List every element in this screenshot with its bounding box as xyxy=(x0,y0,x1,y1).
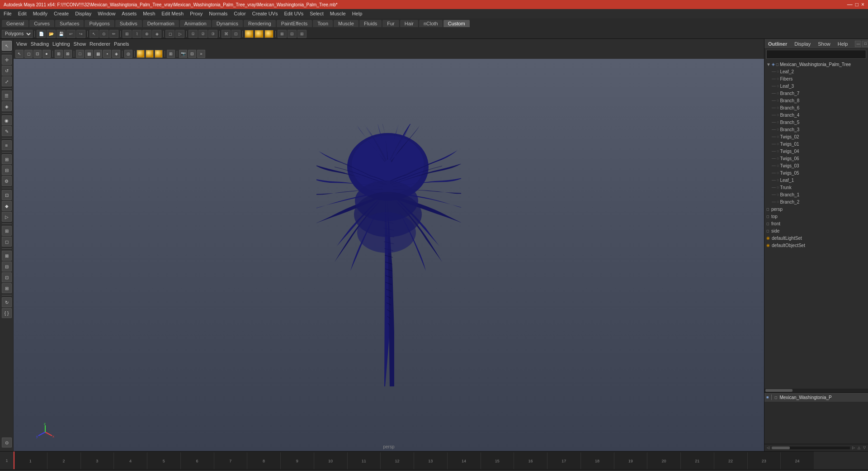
vp-4view-icon[interactable]: ⊠ xyxy=(64,50,72,58)
vp-select-icon[interactable]: ↖ xyxy=(15,50,24,58)
tree-item-branch3[interactable]: — ○ Branch_3 xyxy=(764,126,868,133)
tab-deformation[interactable]: Deformation xyxy=(143,20,179,27)
mode-selector[interactable]: Polygons Curves Surfaces xyxy=(2,30,33,38)
tree-item-front[interactable]: ◻ front xyxy=(764,220,868,227)
move-tool-button[interactable]: ✛ xyxy=(2,55,12,65)
layout-3[interactable]: ⊞ xyxy=(2,283,12,293)
camera-settings-button[interactable]: ◻ xyxy=(2,237,12,247)
vp-light2[interactable] xyxy=(146,50,154,58)
undo-icon[interactable]: ↩ xyxy=(66,30,75,38)
menu-assets[interactable]: Assets xyxy=(122,11,137,16)
script-editor-button[interactable]: { } xyxy=(2,308,12,318)
select-icon[interactable]: ↖ xyxy=(90,30,99,38)
menu-normals[interactable]: Normals xyxy=(209,11,227,16)
light-sphere-3[interactable] xyxy=(264,30,274,38)
channel-box-toggle-button[interactable]: ⊞ xyxy=(2,154,12,164)
vp-camera-icon[interactable]: ◻ xyxy=(24,50,33,58)
scroll-right[interactable]: ▷ xyxy=(851,445,856,451)
tree-item-persp[interactable]: ◻ persp xyxy=(764,205,868,213)
tree-item-leaf3[interactable]: — ○ Leaf_3 xyxy=(764,82,868,90)
menu-file[interactable]: File xyxy=(4,11,12,16)
tree-item-branch5[interactable]: — ○ Branch_5 xyxy=(764,119,868,126)
vp-light3[interactable] xyxy=(155,50,163,58)
outliner-menu-show[interactable]: Show xyxy=(818,41,830,47)
snap-point-icon[interactable]: ⊕ xyxy=(142,30,151,38)
scroll-left[interactable]: ◁ xyxy=(765,445,771,451)
timeline-track[interactable]: 1 2 3 4 5 6 7 8 9 10 11 12 13 14 15 16 1… xyxy=(14,452,814,469)
tab-rendering[interactable]: Rendering xyxy=(244,20,276,27)
snap-rotate-button[interactable]: ↻ xyxy=(2,297,12,307)
minimize-button[interactable]: — xyxy=(847,1,853,8)
viewport-menu-shading[interactable]: Shading xyxy=(31,41,49,47)
workspace-button[interactable]: ⊙ xyxy=(2,438,12,447)
close-button[interactable]: × xyxy=(861,1,864,8)
menu-window[interactable]: Window xyxy=(98,11,115,16)
tab-subdivs[interactable]: Subdivs xyxy=(115,20,142,27)
tab-fur[interactable]: Fur xyxy=(382,20,399,27)
tab-painteffects[interactable]: PaintEffects xyxy=(277,20,312,27)
menu-create-uvs[interactable]: Create UVs xyxy=(252,11,278,16)
rotate-tool-button[interactable]: ↺ xyxy=(2,66,12,76)
outliner-minimize[interactable]: — xyxy=(855,41,861,47)
outliner-maximize[interactable]: □ xyxy=(862,41,868,47)
tab-surfaces[interactable]: Surfaces xyxy=(55,20,84,27)
tree-item-twigs03[interactable]: — ○ Twigs_03 xyxy=(764,162,868,169)
viewport-options-icon[interactable]: ⊞ xyxy=(297,30,307,38)
tree-item-side[interactable]: ◻ side xyxy=(764,227,868,234)
outliner-menu-help[interactable]: Help xyxy=(838,41,848,47)
tree-item-branch4[interactable]: — ○ Branch_4 xyxy=(764,111,868,119)
menu-mesh[interactable]: Mesh xyxy=(143,11,155,16)
tree-item-twigs06[interactable]: — ○ Twigs_06 xyxy=(764,155,868,162)
outliner-search-input[interactable] xyxy=(769,51,864,56)
vp-shading4[interactable]: ▪ xyxy=(103,50,111,58)
menu-color[interactable]: Color xyxy=(234,11,245,16)
menu-edit-mesh[interactable]: Edit Mesh xyxy=(161,11,184,16)
menu-select[interactable]: Select xyxy=(310,11,324,16)
vp-shading3[interactable]: ▦ xyxy=(94,50,102,58)
display-med-icon[interactable]: ② xyxy=(198,30,208,38)
viewport-menu-lighting[interactable]: Lighting xyxy=(52,41,70,47)
viewport[interactable]: View Shading Lighting Show Renderer Pane… xyxy=(14,39,764,451)
vp-isolate[interactable]: ◎ xyxy=(124,50,132,58)
vp-grid-toggle[interactable]: ⊞ xyxy=(167,50,175,58)
vp-shading5[interactable]: ◈ xyxy=(112,50,120,58)
snap-surface-icon[interactable]: ◈ xyxy=(152,30,161,38)
maximize-button[interactable]: □ xyxy=(855,1,859,8)
vp-wireframe-icon[interactable]: ⊡ xyxy=(33,50,42,58)
display-smooth-icon[interactable]: ① xyxy=(189,30,198,38)
outliner-menu-display[interactable]: Display xyxy=(794,41,811,47)
tab-ncloth[interactable]: nCloth xyxy=(419,20,443,27)
scale-tool-button[interactable]: ⤢ xyxy=(2,76,12,86)
tab-polygons[interactable]: Polygons xyxy=(85,20,114,27)
menu-proxy[interactable]: Proxy xyxy=(190,11,203,16)
tree-item-branch8[interactable]: — ○ Branch_8 xyxy=(764,97,868,104)
tab-fluids[interactable]: Fluids xyxy=(359,20,382,27)
attribute-editor-button[interactable]: ⊟ xyxy=(2,165,12,175)
tree-item-branch6[interactable]: — ○ Branch_6 xyxy=(764,104,868,111)
menu-edit-uvs[interactable]: Edit UVs xyxy=(284,11,303,16)
viewport-layout-icon[interactable]: ⊠ xyxy=(278,30,287,38)
snap-curve-icon[interactable]: ⌇ xyxy=(132,30,142,38)
grid-toggle-button[interactable]: ⊞ xyxy=(2,226,12,236)
vp-layout-switch[interactable]: ⊟ xyxy=(188,50,196,58)
tree-item-default-object-set[interactable]: ◉ defaultObjectSet xyxy=(764,242,868,249)
vp-more[interactable]: » xyxy=(197,50,205,58)
display-fine-icon[interactable]: ③ xyxy=(208,30,217,38)
tree-item-branch1[interactable]: — ○ Branch_1 xyxy=(764,191,868,198)
tab-toon[interactable]: Toon xyxy=(313,20,333,27)
tab-animation[interactable]: Animation xyxy=(180,20,211,27)
menu-create[interactable]: Create xyxy=(54,11,69,16)
tree-item-twigs05[interactable]: — ○ Twigs_05 xyxy=(764,169,868,176)
tab-dynamics[interactable]: Dynamics xyxy=(212,20,243,27)
hscroll-thumb-bottom[interactable] xyxy=(772,447,790,449)
menu-help[interactable]: Help xyxy=(352,11,363,16)
tab-general[interactable]: General xyxy=(2,20,28,27)
scroll-up[interactable]: △ xyxy=(856,445,862,451)
camera-icon[interactable]: ◻ xyxy=(165,30,175,38)
tree-item-root[interactable]: ▼ ◈ ◻ Mexican_Washingtonia_Palm_Tree xyxy=(764,61,868,68)
input-icon[interactable]: ⊡ xyxy=(231,30,241,38)
tree-item-fibers[interactable]: — ○ Fibers xyxy=(764,75,868,82)
new-scene-icon[interactable]: 📄 xyxy=(37,30,46,38)
render-icon[interactable]: ▷ xyxy=(175,30,184,38)
construction-icon[interactable]: ⌘ xyxy=(222,30,231,38)
